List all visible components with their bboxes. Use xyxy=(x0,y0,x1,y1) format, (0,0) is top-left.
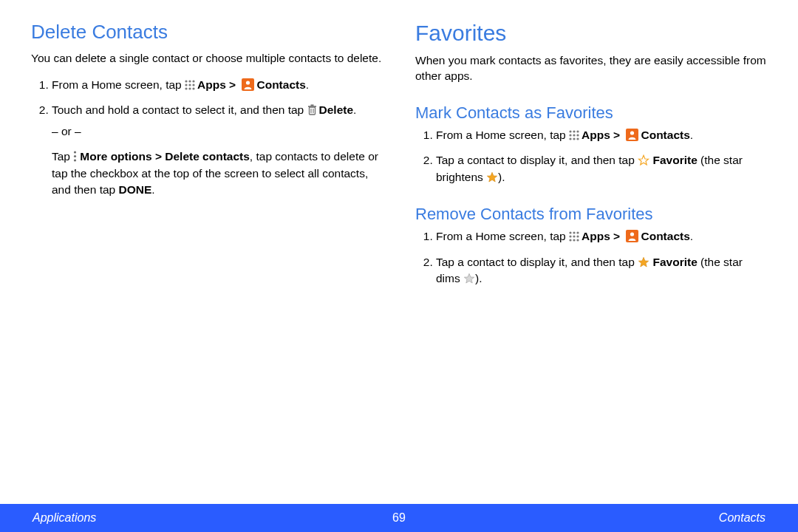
step-text: ). xyxy=(498,171,505,183)
breadcrumb-separator: > xyxy=(226,78,239,91)
subheading-mark-favorites: Mark Contacts as Favorites xyxy=(415,103,767,123)
svg-point-2 xyxy=(192,80,194,82)
contacts-icon xyxy=(626,129,638,141)
svg-point-7 xyxy=(188,87,191,89)
footer-right: Contacts xyxy=(719,511,765,525)
steps-list: From a Home screen, tap Apps > Contacts.… xyxy=(415,228,767,287)
svg-point-22 xyxy=(573,134,575,136)
svg-point-37 xyxy=(573,239,575,242)
apps-label: Apps xyxy=(582,230,610,242)
svg-marker-29 xyxy=(487,172,497,182)
svg-point-33 xyxy=(569,236,571,238)
step-text: From a Home screen, tap xyxy=(436,230,569,242)
step-text: Tap a contact to display it, and then ta… xyxy=(436,256,638,268)
favorite-label: Favorite xyxy=(652,256,697,268)
svg-point-20 xyxy=(576,130,579,132)
svg-point-31 xyxy=(573,232,575,234)
svg-marker-40 xyxy=(638,257,648,267)
svg-point-38 xyxy=(576,239,579,242)
svg-rect-12 xyxy=(310,105,313,106)
favorite-label: Favorite xyxy=(652,154,697,166)
step-text: From a Home screen, tap xyxy=(436,129,569,141)
svg-point-35 xyxy=(576,236,579,238)
svg-point-17 xyxy=(74,160,76,162)
subheading-remove-favorites: Remove Contacts from Favorites xyxy=(415,205,767,224)
chapter-heading-favorites: Favorites xyxy=(415,21,767,46)
star-dim-icon xyxy=(463,273,475,284)
step-item: From a Home screen, tap Apps > Contacts. xyxy=(436,127,767,143)
apps-icon xyxy=(569,231,579,242)
svg-point-36 xyxy=(569,239,571,242)
footer-left: Applications xyxy=(33,511,96,525)
more-options-icon xyxy=(73,151,77,162)
apps-icon xyxy=(185,80,195,90)
breadcrumb-separator: > xyxy=(610,129,624,141)
step-item: Tap a contact to display it, and then ta… xyxy=(436,254,767,287)
svg-point-27 xyxy=(630,131,634,134)
alt-text: Tap xyxy=(52,150,73,163)
step-text: From a Home screen, tap xyxy=(52,78,185,91)
contacts-label: Contacts xyxy=(641,129,689,141)
svg-point-3 xyxy=(185,83,187,86)
section-heading-delete-contacts: Delete Contacts xyxy=(31,21,383,44)
apps-label: Apps xyxy=(197,78,226,91)
step-item: From a Home screen, tap Apps > Contacts. xyxy=(52,77,383,93)
breadcrumb-separator: > xyxy=(610,230,624,242)
step-item: Touch and hold a contact to select it, a… xyxy=(52,102,383,198)
star-outline-icon xyxy=(638,154,649,166)
svg-point-21 xyxy=(569,134,571,136)
star-filled-gold-icon xyxy=(638,256,649,268)
period: . xyxy=(690,230,693,242)
svg-point-16 xyxy=(74,155,76,157)
contacts-icon xyxy=(242,78,254,91)
intro-paragraph: You can delete a single contact or choos… xyxy=(31,51,383,66)
page-footer: Applications 69 Contacts xyxy=(0,504,798,532)
period: . xyxy=(353,103,356,116)
steps-list: From a Home screen, tap Apps > Contacts.… xyxy=(415,127,767,185)
done-label: DONE xyxy=(119,183,152,196)
svg-rect-10 xyxy=(309,107,315,115)
step-text: Tap a contact to display it, and then ta… xyxy=(436,154,638,166)
period: . xyxy=(690,129,693,141)
svg-marker-28 xyxy=(638,156,648,166)
svg-point-9 xyxy=(246,81,250,84)
more-options-label: More options > Delete contacts xyxy=(80,150,250,163)
intro-paragraph: When you mark contacts as favorites, the… xyxy=(415,53,767,84)
svg-point-0 xyxy=(185,80,187,82)
step-text: Touch and hold a contact to select it, a… xyxy=(52,103,307,116)
star-filled-gold-icon xyxy=(486,171,498,183)
period: . xyxy=(151,183,154,196)
step-item: From a Home screen, tap Apps > Contacts. xyxy=(436,228,767,245)
svg-point-26 xyxy=(576,137,579,140)
trash-icon xyxy=(307,104,317,115)
svg-rect-11 xyxy=(308,106,316,108)
svg-point-23 xyxy=(576,134,579,136)
right-column: Favorites When you mark contacts as favo… xyxy=(415,21,767,497)
svg-point-18 xyxy=(569,130,571,132)
step-item: Tap a contact to display it, and then ta… xyxy=(436,152,767,185)
alternative-step: Tap More options > Delete contacts, tap … xyxy=(52,149,383,198)
period: . xyxy=(306,78,309,91)
svg-point-30 xyxy=(569,232,571,234)
delete-label: Delete xyxy=(319,103,354,116)
svg-point-5 xyxy=(192,83,194,86)
left-column: Delete Contacts You can delete a single … xyxy=(31,21,383,497)
svg-point-4 xyxy=(188,83,191,86)
contacts-icon xyxy=(626,230,638,242)
svg-point-24 xyxy=(569,137,571,140)
svg-point-15 xyxy=(74,151,76,154)
svg-point-8 xyxy=(192,87,194,89)
svg-point-19 xyxy=(573,130,575,132)
svg-point-6 xyxy=(185,87,187,89)
steps-list: From a Home screen, tap Apps > Contacts.… xyxy=(31,77,383,199)
svg-point-25 xyxy=(573,137,575,140)
svg-marker-41 xyxy=(464,274,474,284)
apps-label: Apps xyxy=(582,129,610,141)
contacts-label: Contacts xyxy=(641,230,689,242)
svg-point-39 xyxy=(630,233,634,236)
svg-point-32 xyxy=(576,232,579,234)
step-text: ). xyxy=(475,272,482,284)
document-page: Delete Contacts You can delete a single … xyxy=(0,0,798,504)
svg-point-34 xyxy=(573,236,575,238)
or-separator: – or – xyxy=(52,123,383,140)
